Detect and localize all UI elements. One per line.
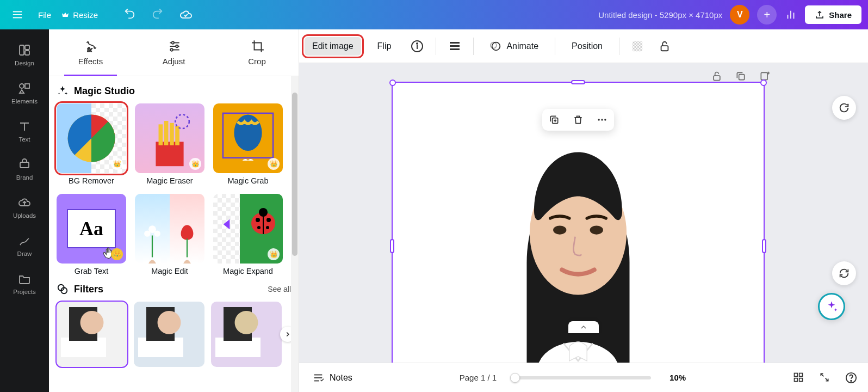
cloud-sync-button[interactable] — [179, 8, 193, 21]
fullscreen-icon — [819, 372, 830, 383]
canvas-footer: Notes Page 1 / 1 10% — [299, 363, 868, 392]
filter-option-2[interactable] — [134, 302, 204, 367]
analytics-button[interactable] — [784, 8, 797, 21]
nav-elements[interactable]: Elements — [5, 76, 44, 110]
effects-icon: fx — [84, 39, 97, 52]
flower-red-icon — [173, 220, 201, 264]
info-icon — [411, 40, 424, 53]
nav-draw-label: Draw — [17, 250, 32, 257]
draw-icon — [18, 234, 31, 247]
canvas-viewport[interactable] — [299, 63, 868, 363]
user-avatar[interactable]: V — [730, 5, 749, 24]
zoom-slider[interactable] — [515, 376, 651, 379]
align-button[interactable] — [445, 36, 464, 56]
fullscreen-button[interactable] — [819, 372, 831, 384]
nav-uploads-label: Uploads — [13, 212, 36, 219]
notes-icon — [312, 372, 324, 384]
page-drawer-toggle[interactable] — [568, 321, 599, 333]
pro-badge-icon: 👑 — [111, 158, 123, 170]
panel-scrollbar[interactable] — [291, 76, 299, 392]
chevron-right-icon — [284, 330, 292, 338]
transparency-button[interactable] — [628, 37, 647, 56]
tab-adjust[interactable]: Adjust — [132, 29, 215, 76]
magic-expand-label: Magic Expand — [223, 267, 273, 275]
selection-handle-w[interactable] — [390, 239, 394, 253]
tool-bg-remover[interactable]: 👑 BG Remover — [57, 103, 126, 185]
svg-point-29 — [234, 114, 262, 151]
animate-icon — [490, 40, 502, 52]
page-lock-button[interactable] — [711, 71, 723, 83]
scrollbar-thumb[interactable] — [292, 93, 297, 256]
nav-brand[interactable]: Brand — [5, 152, 44, 186]
ai-assistant-button[interactable] — [818, 293, 845, 320]
person-thumb-icon — [134, 302, 204, 367]
tool-grab-text[interactable]: Aa 👑 Grab Text — [57, 194, 126, 275]
filters-see-all[interactable]: See all — [268, 285, 291, 293]
svg-point-31 — [144, 230, 150, 236]
animate-button[interactable]: Animate — [482, 36, 546, 57]
add-collaborator-button[interactable]: + — [757, 5, 777, 24]
chevron-up-icon — [579, 323, 588, 332]
lock-button[interactable] — [655, 37, 674, 56]
cloud-check-icon — [179, 8, 193, 21]
flip-button[interactable]: Flip — [370, 37, 399, 56]
header-left: File Resize — [7, 4, 193, 26]
svg-rect-7 — [20, 45, 24, 55]
info-button[interactable] — [407, 36, 427, 56]
help-button[interactable] — [845, 372, 857, 384]
resize-menu[interactable]: Resize — [61, 10, 98, 20]
page-indicator[interactable]: Page 1 / 1 — [460, 373, 497, 382]
header-right: Untitled design - 5290px × 4710px V + Sh… — [598, 5, 861, 24]
selection-handle-nw[interactable] — [389, 79, 396, 86]
sync-button[interactable] — [832, 261, 856, 285]
undo-icon — [123, 9, 135, 21]
document-title[interactable]: Untitled design - 5290px × 4710px — [598, 10, 722, 20]
notes-button[interactable]: Notes — [312, 372, 352, 384]
file-menu[interactable]: File — [38, 10, 51, 20]
share-button[interactable]: Share — [805, 5, 861, 24]
tab-effects[interactable]: fx Effects — [49, 29, 132, 76]
hamburger-menu-button[interactable] — [7, 4, 28, 26]
nav-projects[interactable]: Projects — [5, 267, 44, 301]
canvas-page[interactable] — [393, 83, 764, 363]
undo-button[interactable] — [123, 8, 136, 21]
redo-button[interactable] — [151, 8, 164, 21]
selection-handle-e[interactable] — [762, 239, 766, 253]
tool-magic-eraser[interactable]: 👑 Magic Eraser — [135, 103, 204, 185]
nav-design[interactable]: Design — [5, 38, 44, 72]
nav-draw[interactable]: Draw — [5, 229, 44, 262]
svg-rect-11 — [25, 84, 29, 88]
nav-elements-label: Elements — [11, 98, 38, 105]
filters-icon — [57, 283, 69, 295]
tool-magic-edit[interactable]: Magic Edit — [135, 194, 204, 275]
brand-icon — [18, 158, 31, 171]
nav-uploads[interactable]: Uploads — [5, 191, 44, 224]
resize-label: Resize — [73, 10, 98, 20]
tab-crop[interactable]: Crop — [215, 29, 299, 76]
selection-handle-n[interactable] — [571, 80, 585, 84]
regenerate-button[interactable] — [832, 96, 856, 120]
nav-text[interactable]: Text — [5, 114, 44, 148]
svg-rect-47 — [450, 42, 460, 44]
page-duplicate-button[interactable] — [735, 71, 747, 83]
tool-magic-expand[interactable]: 👑 Magic Expand — [213, 194, 283, 275]
zoom-value[interactable]: 10% — [669, 373, 686, 382]
nav-brand-label: Brand — [16, 174, 33, 181]
edit-image-button[interactable]: Edit image — [305, 37, 361, 56]
panel-content: Magic Studio 👑 BG Remover 👑 Magic Eraser — [49, 76, 299, 392]
duplicate-icon — [735, 71, 746, 82]
divider — [473, 38, 474, 55]
filter-none[interactable] — [57, 302, 127, 367]
bg-remover-label: BG Remover — [69, 176, 114, 185]
grid-view-button[interactable] — [793, 372, 805, 384]
magic-eraser-thumb: 👑 — [135, 103, 204, 173]
flower-white-icon — [139, 220, 166, 264]
sync-icon — [838, 267, 850, 279]
zoom-slider-thumb[interactable] — [510, 373, 520, 383]
position-button[interactable]: Position — [564, 37, 610, 56]
svg-text:fx: fx — [87, 46, 92, 53]
filter-option-3[interactable] — [211, 302, 282, 367]
svg-rect-75 — [799, 378, 803, 381]
tool-magic-grab[interactable]: 👑 Magic Grab — [213, 103, 283, 185]
selection-handle-ne[interactable] — [760, 79, 767, 86]
